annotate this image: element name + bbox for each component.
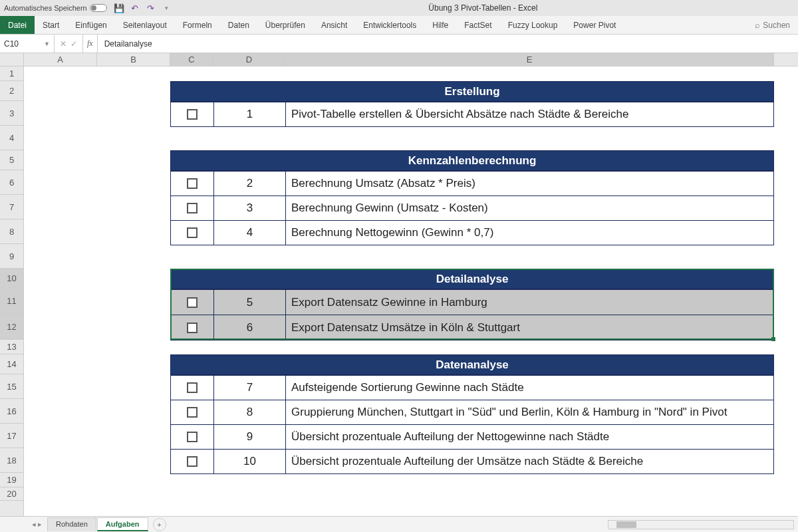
task-checkbox-cell[interactable] — [171, 290, 214, 315]
checkbox-icon[interactable] — [187, 109, 198, 120]
sheet-tab-aufgaben[interactable]: Aufgaben — [97, 517, 148, 531]
undo-icon[interactable]: ↶ — [130, 3, 140, 13]
chevron-down-icon[interactable]: ▼ — [44, 41, 50, 47]
task-row[interactable]: 3Berechnung Gewinn (Umsatz - Kosten) — [171, 196, 773, 220]
row-header-4[interactable]: 4 — [0, 126, 23, 150]
fx-icon[interactable]: fx — [83, 35, 98, 53]
add-sheet-button[interactable]: + — [153, 518, 166, 531]
row-header-17[interactable]: 17 — [0, 424, 23, 448]
task-row[interactable]: 2Berechnung Umsatz (Absatz * Preis) — [171, 171, 773, 196]
ribbon-tab-formeln[interactable]: Formeln — [175, 16, 220, 34]
row-header-14[interactable]: 14 — [0, 354, 23, 374]
checkbox-icon[interactable] — [187, 203, 198, 213]
row-header-18[interactable]: 18 — [0, 448, 23, 473]
task-number: 4 — [214, 221, 286, 245]
save-icon[interactable]: 💾 — [114, 3, 124, 13]
column-header-A[interactable]: A — [24, 53, 97, 66]
checkbox-icon[interactable] — [187, 432, 198, 442]
ribbon-tab-seitenlayout[interactable]: Seitenlayout — [115, 16, 175, 34]
task-checkbox-cell[interactable] — [171, 376, 214, 400]
row-header-15[interactable]: 15 — [0, 374, 23, 399]
ribbon-tab-fuzzy lookup[interactable]: Fuzzy Lookup — [500, 16, 566, 34]
column-header-E[interactable]: E — [285, 53, 774, 66]
horizontal-scrollbar[interactable] — [608, 520, 794, 529]
row-header-16[interactable]: 16 — [0, 399, 23, 424]
task-checkbox-cell[interactable] — [171, 102, 214, 126]
task-description: Berechnung Umsatz (Absatz * Preis) — [286, 172, 773, 196]
row-header-1[interactable]: 1 — [0, 66, 23, 81]
ribbon-tab-factset[interactable]: FactSet — [456, 16, 499, 34]
checkbox-icon[interactable] — [187, 382, 198, 393]
column-header-B[interactable]: B — [97, 53, 170, 66]
checkbox-icon[interactable] — [187, 178, 198, 189]
checkbox-icon[interactable] — [187, 323, 198, 333]
name-box[interactable]: C10 ▼ — [0, 35, 55, 53]
enter-formula-icon[interactable]: ✓ — [70, 39, 77, 49]
row-header-20[interactable]: 20 — [0, 487, 23, 501]
sheet-tab-rohdaten[interactable]: Rohdaten — [47, 517, 96, 531]
block-header: Datenanalyse — [171, 355, 773, 375]
cancel-formula-icon[interactable]: ✕ — [60, 39, 66, 49]
cells-area[interactable]: Erstellung1Pivot-Tabelle erstellen & Übe… — [24, 66, 798, 516]
task-checkbox-cell[interactable] — [171, 450, 214, 473]
row-header-7[interactable]: 7 — [0, 195, 23, 219]
ribbon-search[interactable]: ⌕Suchen — [747, 16, 798, 34]
task-checkbox-cell[interactable] — [171, 315, 214, 340]
task-description: Export Datensatz Gewinne in Hamburg — [286, 290, 773, 315]
redo-icon[interactable]: ↷ — [146, 3, 156, 13]
task-checkbox-cell[interactable] — [171, 172, 214, 196]
sheet-tab-bar: ◂ ▸ RohdatenAufgaben + — [0, 516, 798, 532]
task-row[interactable]: 10Übersicht prozentuale Aufteilung der U… — [171, 449, 773, 473]
ribbon-tab-datei[interactable]: Datei — [0, 16, 35, 34]
qat-dropdown-icon[interactable]: ▾ — [162, 3, 172, 13]
row-header-13[interactable]: 13 — [0, 340, 23, 354]
document-title: Übung 3 Pivot-Tabellen - Excel — [172, 3, 794, 13]
column-header-D[interactable]: D — [213, 53, 285, 66]
title-bar: Automatisches Speichern 💾 ↶ ↷ ▾ Übung 3 … — [0, 0, 798, 16]
task-row[interactable]: 5Export Datensatz Gewinne in Hamburg — [171, 289, 773, 315]
task-row[interactable]: 4Berechnung Nettogewinn (Gewinn * 0,7) — [171, 220, 773, 245]
row-header-11[interactable]: 11 — [0, 289, 23, 314]
row-header-6[interactable]: 6 — [0, 170, 23, 195]
task-number: 1 — [214, 102, 286, 126]
ribbon-tab-einfügen[interactable]: Einfügen — [67, 16, 114, 34]
row-header-2[interactable]: 2 — [0, 81, 23, 101]
row-header-5[interactable]: 5 — [0, 150, 23, 170]
formula-bar-input[interactable]: Detailanalyse — [98, 39, 159, 49]
checkbox-icon[interactable] — [187, 227, 198, 238]
row-header-9[interactable]: 9 — [0, 244, 23, 269]
autosave-toggle[interactable]: Automatisches Speichern — [4, 4, 107, 12]
task-block-0: Erstellung1Pivot-Tabelle erstellen & Übe… — [170, 81, 774, 127]
search-placeholder: Suchen — [763, 21, 790, 30]
checkbox-icon[interactable] — [187, 456, 198, 467]
sheet-nav-arrows[interactable]: ◂ ▸ — [27, 520, 47, 529]
ribbon-tab-entwicklertools[interactable]: Entwicklertools — [355, 16, 424, 34]
checkbox-icon[interactable] — [187, 407, 198, 418]
row-header-10[interactable]: 10 — [0, 269, 23, 289]
ribbon-tab-hilfe[interactable]: Hilfe — [424, 16, 456, 34]
ribbon-tab-ansicht[interactable]: Ansicht — [313, 16, 355, 34]
task-row[interactable]: 7Aufsteigende Sortierung Gewinne nach St… — [171, 375, 773, 400]
row-header-12[interactable]: 12 — [0, 314, 23, 340]
task-row[interactable]: 8Gruppierung München, Stuttgart in "Süd"… — [171, 400, 773, 424]
row-header-19[interactable]: 19 — [0, 473, 23, 487]
ribbon-tab-überprüfen[interactable]: Überprüfen — [257, 16, 313, 34]
ribbon-tab-start[interactable]: Start — [35, 16, 67, 34]
task-checkbox-cell[interactable] — [171, 196, 214, 220]
ribbon-tab-power pivot[interactable]: Power Pivot — [565, 16, 624, 34]
row-header-3[interactable]: 3 — [0, 101, 23, 126]
task-checkbox-cell[interactable] — [171, 425, 214, 449]
task-checkbox-cell[interactable] — [171, 400, 214, 424]
row-header-8[interactable]: 8 — [0, 219, 23, 244]
select-all-corner[interactable] — [0, 53, 24, 66]
task-description: Übersicht prozentuale Aufteilung der Net… — [286, 425, 773, 449]
task-block-2: Detailanalyse5Export Datensatz Gewinne i… — [170, 269, 774, 340]
checkbox-icon[interactable] — [187, 297, 198, 308]
column-header-C[interactable]: C — [170, 53, 213, 66]
ribbon-tab-daten[interactable]: Daten — [220, 16, 257, 34]
toggle-switch-icon[interactable] — [90, 4, 107, 12]
task-row[interactable]: 9Übersicht prozentuale Aufteilung der Ne… — [171, 424, 773, 449]
task-row[interactable]: 6Export Datensatz Umsätze in Köln & Stut… — [171, 315, 773, 340]
task-checkbox-cell[interactable] — [171, 221, 214, 245]
task-row[interactable]: 1Pivot-Tabelle erstellen & Übersicht Abs… — [171, 102, 773, 126]
